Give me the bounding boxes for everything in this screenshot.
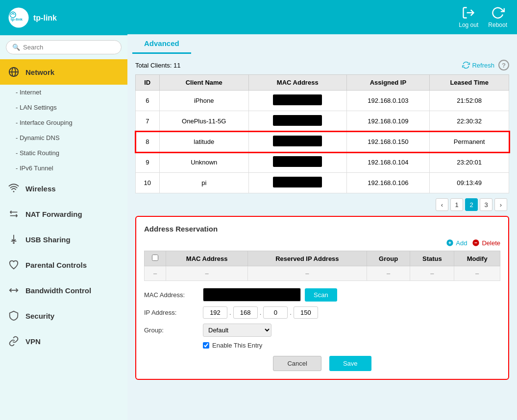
cell-id: 8 [136,132,160,152]
svg-text:tp-link: tp-link [33,14,57,22]
ip-inputs: . . . [203,306,318,319]
sidebar-item-network[interactable]: Network [0,59,127,85]
link-icon [8,335,20,347]
mac-address-row: MAC Address: Scan [144,288,500,302]
cell-name: iPhone [159,91,248,111]
sidebar-sub-static-routing[interactable]: - Static Routing [0,145,127,161]
sidebar-sub-lan[interactable]: - LAN Settings [0,100,127,115]
logo-area: tp-link tp-link [0,0,127,35]
enable-checkbox[interactable] [203,342,209,349]
cell-ip: 192.168.0.103 [346,91,430,111]
cell-id: 9 [136,152,160,173]
group-row: Group: Default [144,324,500,337]
cell-name: OnePlus-11-5G [159,111,248,132]
sidebar-item-bandwidth-label: Bandwidth Control [25,286,91,295]
heart-icon [8,259,20,271]
search-input[interactable] [23,44,115,51]
sidebar-item-security-label: Security [25,312,54,320]
col-status: Status [410,251,454,266]
col-group: Group [367,251,410,266]
mac-input[interactable] [203,288,301,302]
col-leased-time: Leased Time [430,75,509,91]
next-page-button[interactable]: › [494,198,507,211]
col-id: ID [136,75,160,91]
ip-address-row: IP Address: . . . [144,306,500,319]
sidebar-item-usb[interactable]: USB Sharing [0,227,127,252]
table-row-highlighted[interactable]: 8 latitude 192.168.0.150 Permanent [136,132,509,152]
cell-id: 10 [136,173,160,193]
cell-ip: 192.168.0.104 [346,152,430,173]
col-client-name: Client Name [159,75,248,91]
cell-leased: Permanent [430,132,509,152]
add-button[interactable]: Add [446,239,467,247]
sidebar-sub-dynamic-dns[interactable]: - Dynamic DNS [0,130,127,145]
wifi-icon [8,183,20,194]
ip-seg-1[interactable] [203,306,227,319]
sidebar-sub-interface-grouping[interactable]: - Interface Grouping [0,115,127,130]
prev-page-button[interactable]: ‹ [436,198,448,211]
page-1-button[interactable]: 1 [450,198,463,211]
col-checkbox [145,251,166,266]
cancel-button[interactable]: Cancel [273,356,321,371]
col-mac: MAC Address [248,75,346,91]
refresh-button[interactable]: Refresh [462,61,494,69]
ip-seg-3[interactable] [263,306,288,319]
cell-mac [248,152,346,173]
group-select[interactable]: Default [203,324,271,337]
col-assigned-ip: Assigned IP [346,75,430,91]
table-row[interactable]: 9 Unknown 192.168.0.104 23:20:01 [136,152,509,173]
top-bar: Log out Reboot [127,0,517,34]
cell-mac [248,132,346,152]
sidebar-item-nat[interactable]: NAT Forwarding [0,201,127,227]
sidebar-sub-ipv6-tunnel[interactable]: - IPv6 Tunnel [0,161,127,176]
col-mac-res: MAC Address [166,251,248,266]
sidebar-sub-internet[interactable]: - Internet [0,85,127,100]
enable-label: Enable This Entry [212,342,262,349]
usb-icon [8,233,20,245]
tab-advanced[interactable]: Advanced [132,34,191,54]
page-3-button[interactable]: 3 [480,198,492,211]
sidebar-item-wireless[interactable]: Wireless [0,176,127,201]
delete-button[interactable]: Delete [472,239,500,247]
cell-leased: 09:13:49 [430,173,509,193]
ip-seg-2[interactable] [233,306,258,319]
sidebar-item-vpn-label: VPN [25,337,41,346]
reservation-table: MAC Address Reserved IP Address Group St… [144,251,500,281]
scan-button[interactable]: Scan [305,288,337,302]
help-icon[interactable]: ? [498,60,509,70]
cell-leased: 21:52:08 [430,91,509,111]
sidebar-item-vpn[interactable]: VPN [0,328,127,354]
save-button[interactable]: Save [329,356,371,371]
reboot-button[interactable]: Reboot [488,6,507,28]
arrows-icon [8,208,20,220]
enable-row: Enable This Entry [144,342,500,349]
action-buttons: Cancel Save [144,356,500,371]
sidebar-item-security[interactable]: Security [0,303,127,328]
ip-seg-4[interactable] [294,306,318,319]
sidebar-item-bandwidth[interactable]: Bandwidth Control [0,278,127,303]
cell-leased: 23:20:01 [430,152,509,173]
total-clients-label: Total Clients: 11 [135,62,181,69]
sidebar-item-network-label: Network [25,68,54,76]
logout-button[interactable]: Log out [459,6,478,28]
cell-name: Unknown [159,152,248,173]
globe-icon [8,66,20,78]
select-all-checkbox[interactable] [152,255,158,261]
tp-link-wordmark: tp-link [33,12,73,23]
search-bar[interactable]: 🔍 [6,40,122,54]
pagination: ‹ 1 2 3 › [135,198,509,211]
cell-ip: 192.168.0.109 [346,111,430,132]
col-reserved-ip: Reserved IP Address [248,251,367,266]
content-area: Total Clients: 11 Refresh ? ID Client Na… [127,54,517,420]
table-row[interactable]: 6 iPhone 192.168.0.103 21:52:08 [136,91,509,111]
svg-point-8 [13,242,15,244]
tab-bar: Advanced [127,34,517,54]
sidebar-item-wireless-label: Wireless [25,185,56,193]
table-row[interactable]: 7 OnePlus-11-5G 192.168.0.109 22:30:32 [136,111,509,132]
cell-id: 6 [136,91,160,111]
svg-point-2 [10,12,16,18]
page-2-button[interactable]: 2 [465,198,478,211]
table-row[interactable]: 10 pi 192.168.0.106 09:13:49 [136,173,509,193]
sidebar-item-parental[interactable]: Parental Controls [0,252,127,278]
cell-mac [248,91,346,111]
